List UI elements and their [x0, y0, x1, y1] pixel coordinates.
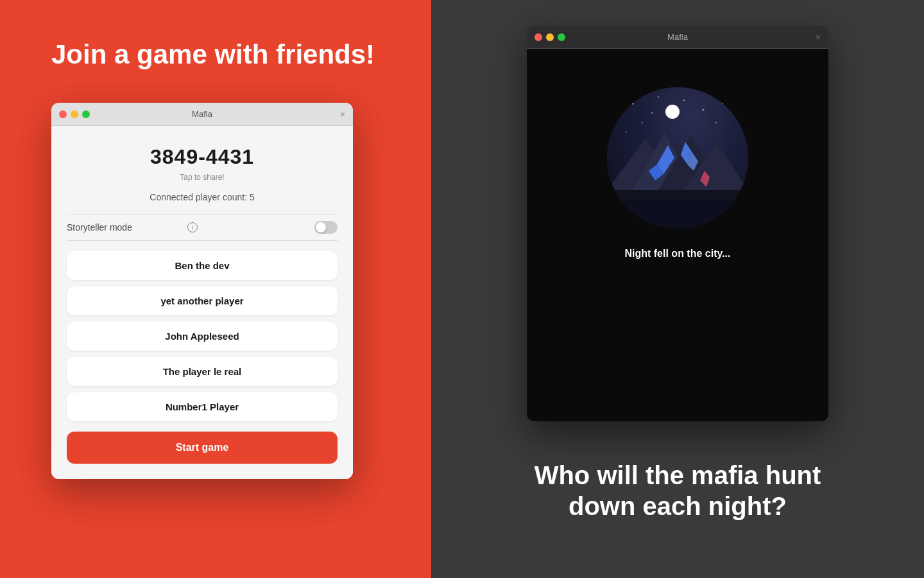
mac-dots-left [59, 110, 90, 118]
night-caption: Night fell on the city... [624, 248, 730, 259]
player-list: Ben the dev yet another player John Appl… [67, 251, 338, 421]
player-item-1[interactable]: yet another player [67, 286, 338, 315]
mac-dots-right [535, 33, 565, 41]
stars-svg [607, 87, 748, 229]
mac-dot-yellow-left[interactable] [71, 110, 78, 118]
info-icon[interactable]: i [187, 222, 198, 232]
svg-point-9 [658, 96, 659, 98]
mac-dot-red-right[interactable] [535, 33, 542, 41]
tap-to-share: Tap to share! [67, 173, 338, 182]
night-scene-illustration [607, 87, 748, 229]
svg-point-2 [683, 100, 685, 101]
right-heading-line1: Who will the mafia hunt [535, 461, 821, 489]
storyteller-label: Storyteller mode [67, 222, 184, 232]
mac-dot-green-left[interactable] [82, 110, 90, 118]
svg-point-3 [703, 109, 705, 111]
right-window-body: Night fell on the city... [527, 49, 828, 421]
left-mac-window: Mafia × 3849-4431 Tap to share! Connecte… [51, 103, 353, 479]
right-panel: Mafia × [431, 0, 924, 578]
player-item-4[interactable]: Number1 Player [67, 392, 338, 421]
svg-point-10 [665, 105, 680, 119]
left-titlebar: Mafia × [51, 103, 353, 126]
mac-dot-yellow-right[interactable] [546, 33, 554, 41]
svg-point-8 [735, 116, 736, 117]
left-heading: Join a game with friends! [51, 39, 375, 71]
right-heading-line2: down each night? [569, 492, 787, 520]
left-window-close[interactable]: × [340, 109, 345, 119]
player-item-0[interactable]: Ben the dev [67, 251, 338, 280]
player-name-0: Ben the dev [175, 260, 229, 271]
left-window-title: Mafia [192, 109, 212, 119]
svg-point-7 [626, 132, 627, 133]
player-item-3[interactable]: The player le real [67, 357, 338, 386]
game-code[interactable]: 3849-4431 [67, 145, 338, 169]
left-window-body: 3849-4431 Tap to share! Connected player… [51, 126, 353, 479]
mac-dot-green-right[interactable] [558, 33, 565, 41]
right-window-close[interactable]: × [816, 32, 821, 42]
player-name-4: Number1 Player [166, 401, 239, 412]
player-item-2[interactable]: John Appleseed [67, 322, 338, 351]
svg-point-5 [642, 122, 643, 123]
left-panel: Join a game with friends! Mafia × 3849-4… [0, 0, 431, 578]
svg-point-4 [722, 103, 723, 104]
svg-rect-22 [607, 200, 748, 229]
svg-point-0 [632, 103, 634, 105]
right-window-title: Mafia [667, 32, 688, 42]
player-name-3: The player le real [163, 366, 242, 377]
player-name-1: yet another player [160, 295, 243, 306]
right-titlebar: Mafia × [527, 26, 828, 49]
player-name-2: John Appleseed [165, 331, 239, 342]
right-mac-window: Mafia × [527, 26, 828, 421]
svg-point-6 [715, 122, 717, 123]
game-code-container[interactable]: 3849-4431 [67, 145, 338, 169]
right-heading: Who will the mafia hunt down each night? [535, 460, 821, 521]
start-game-button[interactable]: Start game [67, 432, 338, 464]
mac-dot-red-left[interactable] [59, 110, 67, 118]
player-count: Connected player count: 5 [67, 192, 338, 202]
storyteller-toggle[interactable] [314, 221, 338, 234]
storyteller-row: Storyteller mode i [67, 214, 338, 241]
svg-point-1 [651, 112, 653, 114]
